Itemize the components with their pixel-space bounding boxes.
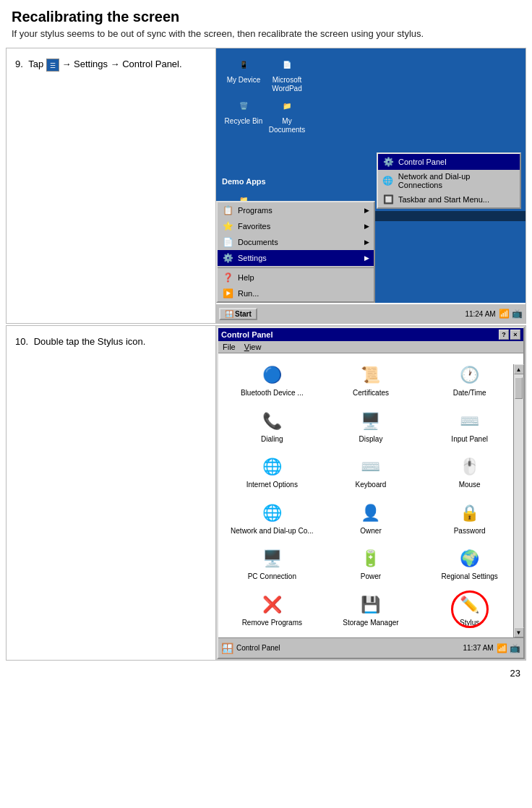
step-10-text: Double tap the Stylus icon. xyxy=(31,336,145,347)
menu-divider xyxy=(218,267,374,268)
cp-icon-keyboard[interactable]: ⌨️ Keyboard xyxy=(325,452,418,493)
scrollbar-track xyxy=(514,374,523,627)
network-submenu-icon: 🌐 xyxy=(382,175,394,186)
regional-label: Regional Settings xyxy=(441,572,497,580)
cp-menu-file[interactable]: File xyxy=(223,343,236,351)
cp-icon-internet-options[interactable]: 🌐 Internet Options xyxy=(226,452,319,493)
cp-icon-input-panel[interactable]: ⌨️ Input Panel xyxy=(423,407,516,447)
wordpad-icon: 📄 xyxy=(277,54,297,74)
cp-icon-datetime[interactable]: 🕐 Date/Time xyxy=(423,361,516,401)
desktop-icon-my-docs: 📁 My Documents xyxy=(265,95,309,134)
page-subtitle: If your stylus seems to be out of sync w… xyxy=(0,28,532,48)
storage-manager-icon: 💾 xyxy=(359,593,382,616)
network-icon: 🌐 xyxy=(260,502,283,525)
step-9-text: Tap ☰ → Settings → Control Panel. xyxy=(26,59,182,72)
internet-options-icon: 🌐 xyxy=(260,455,283,478)
scrollbar-down-button[interactable]: ▼ xyxy=(514,627,524,637)
help-icon: ❓ xyxy=(222,272,233,283)
wordpad-label: Microsoft WordPad xyxy=(265,76,309,93)
remove-programs-label: Remove Programs xyxy=(242,619,302,627)
menu-item-settings[interactable]: ⚙️ Settings ▶ xyxy=(218,250,374,266)
taskbar-icons: 📶 📺 xyxy=(499,309,523,319)
settings-submenu: ⚙️ Control Panel 🌐 Network and Dial-up C… xyxy=(377,152,521,209)
menu-item-help[interactable]: ❓ Help xyxy=(218,270,374,285)
taskbar-label: Taskbar and Start Menu... xyxy=(398,195,489,204)
dialing-icon: 📞 xyxy=(260,410,283,433)
cp-icon-pc-connection[interactable]: 🖥️ PC Connection xyxy=(226,544,319,585)
taskbar-icon: 🔲 xyxy=(382,194,394,205)
taskbar: 🪟 Start 11:24 AM 📶 📺 xyxy=(216,303,525,323)
cp-statusbar: 🪟 Control Panel 11:37 AM 📶 📺 xyxy=(218,637,523,658)
page-number-container: 23 xyxy=(0,662,532,684)
stylus-highlight-circle xyxy=(451,590,489,628)
settings-icon: ⚙️ xyxy=(222,252,233,264)
my-docs-icon: 📁 xyxy=(277,95,297,116)
step-9-label: 9. Tap ☰ → Settings → Control Panel. xyxy=(7,48,216,323)
statusbar-windows-icon: 🪟 xyxy=(221,642,233,654)
cp-icon-stylus[interactable]: ✏️ Stylus xyxy=(423,590,516,631)
owner-icon: 👤 xyxy=(359,502,382,525)
cp-icon-dialing[interactable]: 📞 Dialing xyxy=(226,407,319,447)
desktop-icon-my-device: 📱 My Device xyxy=(222,54,265,85)
cp-menu-view[interactable]: View xyxy=(244,343,262,351)
desktop-icon-recycle: 🗑️ Recycle Bin xyxy=(222,95,265,126)
pc-connection-icon: 🖥️ xyxy=(260,547,283,570)
cp-icon-password[interactable]: 🔒 Password xyxy=(423,499,516,539)
scrollbar-up-button[interactable]: ▲ xyxy=(514,364,524,374)
datetime-icon: 🕐 xyxy=(458,364,481,387)
menu-item-programs[interactable]: 📋 Programs ▶ xyxy=(218,202,374,218)
documents-label: Documents xyxy=(238,238,278,246)
keyboard-label: Keyboard xyxy=(356,481,387,489)
cp-close-button[interactable]: × xyxy=(510,330,520,340)
cp-icon-owner[interactable]: 👤 Owner xyxy=(325,499,418,539)
demo-apps-label: Demo Apps xyxy=(222,177,266,186)
cp-icon-certificates[interactable]: 📜 Certificates xyxy=(325,361,418,401)
favorites-icon: ⭐ xyxy=(222,220,233,232)
step-10-screenshot: Control Panel ? × File View 🔵 Blu xyxy=(216,326,525,660)
network-label: Network and Dial-up Co... xyxy=(231,527,314,535)
password-label: Password xyxy=(454,527,486,535)
step-10-row: 10. Double tap the Stylus icon. Control … xyxy=(6,325,526,661)
cp-icon-storage-manager[interactable]: 💾 Storage Manager xyxy=(325,590,418,631)
start-button[interactable]: 🪟 Start xyxy=(219,308,257,320)
programs-arrow: ▶ xyxy=(364,207,369,214)
cp-icon-network[interactable]: 🌐 Network and Dial-up Co... xyxy=(226,499,319,539)
control-panel-window: Control Panel ? × File View 🔵 Blu xyxy=(217,327,525,659)
my-device-icon: 📱 xyxy=(233,54,254,74)
internet-options-label: Internet Options xyxy=(246,481,298,489)
cp-icon-bluetooth[interactable]: 🔵 Bluetooth Device ... xyxy=(226,361,319,401)
programs-icon: 📋 xyxy=(222,205,233,216)
cp-icon-power[interactable]: 🔋 Power xyxy=(325,544,418,585)
step-9-screenshot: 📱 My Device 📄 Microsoft WordPad 🗑️ Recyc… xyxy=(216,48,525,323)
password-icon: 🔒 xyxy=(458,502,481,525)
menu-item-documents[interactable]: 📄 Documents ▶ xyxy=(218,234,374,250)
cp-help-button[interactable]: ? xyxy=(499,330,509,340)
submenu-network[interactable]: 🌐 Network and Dial-up Connections xyxy=(378,170,520,192)
mouse-icon: 🖱️ xyxy=(458,455,481,478)
cp-title: Control Panel xyxy=(221,330,273,339)
dialing-label: Dialing xyxy=(261,435,283,443)
network-submenu-label: Network and Dial-up Connections xyxy=(398,172,515,189)
cp-icon-mouse[interactable]: 🖱️ Mouse xyxy=(423,452,516,493)
menu-item-favorites[interactable]: ⭐ Favorites ▶ xyxy=(218,218,374,234)
scrollbar-thumb[interactable] xyxy=(515,377,523,399)
submenu-control-panel[interactable]: ⚙️ Control Panel xyxy=(378,154,520,170)
cp-icon-display[interactable]: 🖥️ Display xyxy=(325,407,418,447)
desktop-icon-wordpad: 📄 Microsoft WordPad xyxy=(265,54,309,93)
control-panel-icon: ⚙️ xyxy=(382,156,394,168)
cp-scrollbar[interactable]: ▲ ▼ xyxy=(513,364,523,637)
bluetooth-label: Bluetooth Device ... xyxy=(241,389,304,397)
owner-label: Owner xyxy=(360,527,381,535)
menu-item-run[interactable]: ▶️ Run... xyxy=(218,285,374,301)
input-panel-icon: ⌨️ xyxy=(458,410,481,433)
step-9-row: 9. Tap ☰ → Settings → Control Panel. 📱 M… xyxy=(6,48,526,324)
bluetooth-icon: 🔵 xyxy=(260,364,283,387)
power-icon: 🔋 xyxy=(359,547,382,570)
power-label: Power xyxy=(361,572,381,580)
cp-icon-regional[interactable]: 🌍 Regional Settings xyxy=(423,544,516,585)
statusbar-icons: 📶 📺 xyxy=(497,643,520,653)
submenu-taskbar[interactable]: 🔲 Taskbar and Start Menu... xyxy=(378,192,520,207)
start-icon: 🪟 xyxy=(225,310,233,318)
step-10-number: 10. xyxy=(15,336,28,347)
cp-icon-remove-programs[interactable]: ❌ Remove Programs xyxy=(226,590,319,631)
